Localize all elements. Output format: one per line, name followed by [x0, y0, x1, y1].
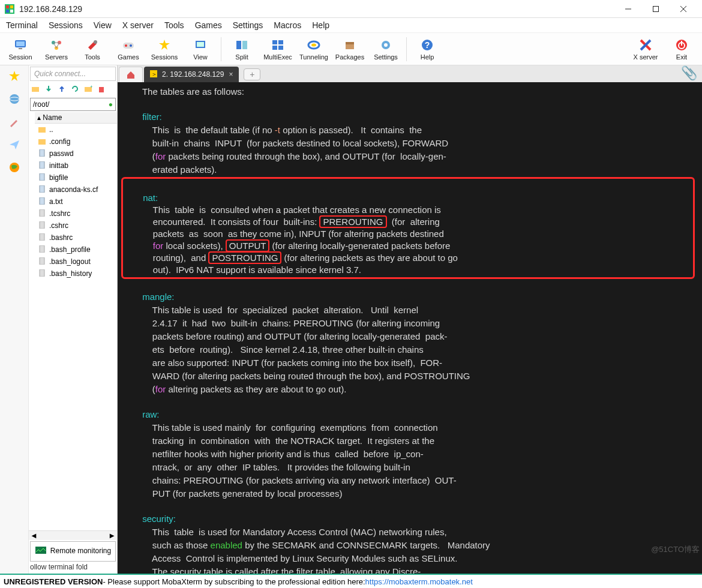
file-row[interactable]: .tcshrc	[35, 208, 117, 220]
tool-tools[interactable]: Tools	[74, 34, 110, 64]
world-icon[interactable]	[7, 160, 22, 175]
exit-icon	[674, 38, 689, 52]
tool-packages[interactable]: Packages	[332, 34, 368, 64]
svg-rect-4	[10, 10, 13, 13]
menu-tools[interactable]: Tools	[164, 20, 184, 30]
maximize-button[interactable]	[642, 0, 670, 18]
path-input[interactable]: /root/ ●	[30, 98, 116, 111]
home-tab[interactable]	[119, 67, 143, 82]
send-icon[interactable]	[7, 137, 22, 152]
quick-connect-input[interactable]: Quick connect...	[30, 67, 116, 81]
new-folder-icon[interactable]: +	[84, 85, 94, 94]
tool-xserver[interactable]: X server	[628, 34, 664, 64]
tool-settings[interactable]: Settings	[368, 34, 404, 64]
tab-session[interactable]: ＞ 2. 192.168.248.129 ×	[144, 67, 239, 82]
file-row[interactable]: anaconda-ks.cf	[35, 184, 117, 196]
menu-view[interactable]: View	[94, 20, 112, 30]
servers-icon	[49, 38, 64, 52]
file-row[interactable]: inittab	[35, 160, 117, 172]
mobaxterm-link[interactable]: https://mobaxterm.mobatek.net	[365, 577, 473, 586]
tool-session[interactable]: Session	[2, 34, 38, 64]
paperclip-icon[interactable]: 📎	[681, 65, 697, 81]
file-row[interactable]: .bashrc	[35, 232, 117, 244]
file-row[interactable]: passwd	[35, 148, 117, 160]
svg-rect-28	[278, 40, 283, 44]
close-button[interactable]	[670, 0, 697, 18]
favorite-icon[interactable]	[7, 69, 22, 83]
tool-split[interactable]: Split	[224, 34, 260, 64]
monitor-icon	[13, 38, 28, 52]
h-scrollbar[interactable]: ◄►	[29, 530, 117, 540]
svg-rect-10	[16, 41, 25, 46]
main-area: Quick connect... + /root/ ● ▴ Name .. .c…	[0, 65, 702, 574]
menu-terminal[interactable]: Terminal	[6, 20, 38, 30]
svg-rect-11	[19, 48, 22, 49]
multiexec-icon	[271, 38, 285, 52]
tool-multiexec[interactable]: MultiExec	[260, 34, 296, 64]
file-row[interactable]: .bash_logout	[35, 256, 117, 268]
file-icon	[38, 233, 47, 242]
download-icon[interactable]	[44, 85, 54, 94]
folder-icon	[38, 137, 47, 146]
tool-help[interactable]: ?Help	[409, 34, 445, 64]
menu-games[interactable]: Games	[195, 20, 222, 30]
svg-rect-25	[236, 41, 241, 49]
minimize-button[interactable]	[614, 0, 642, 18]
file-icon	[38, 185, 47, 194]
highlight-postrouting: POSTROUTING	[208, 251, 281, 264]
toolbar-separator	[406, 37, 407, 61]
file-row[interactable]: .bash_history	[35, 268, 117, 280]
tunneling-icon	[307, 38, 321, 52]
view-icon	[193, 38, 208, 52]
toolbar-separator	[221, 37, 221, 61]
file-row-parent[interactable]: ..	[35, 124, 117, 136]
tool-view[interactable]: View	[182, 34, 218, 64]
menu-sessions[interactable]: Sessions	[49, 20, 83, 30]
file-icon	[38, 161, 47, 170]
folder-icon[interactable]	[31, 85, 41, 94]
new-tab-button[interactable]: +	[244, 68, 260, 80]
svg-rect-2	[10, 5, 13, 8]
upload-icon[interactable]	[58, 85, 67, 94]
file-row[interactable]: bigfile	[35, 172, 117, 184]
svg-rect-34	[346, 42, 354, 44]
split-icon	[235, 38, 249, 52]
svg-rect-56	[40, 161, 44, 169]
tool-servers[interactable]: Servers	[38, 34, 74, 64]
file-icon	[38, 149, 47, 158]
bottom-bar: UNREGISTERED VERSION - Please support Mo…	[0, 574, 702, 588]
menu-macros[interactable]: Macros	[274, 20, 301, 30]
folder-up-icon	[38, 125, 47, 134]
svg-rect-57	[40, 173, 44, 181]
menu-help[interactable]: Help	[312, 20, 329, 30]
svg-rect-52	[99, 87, 104, 92]
help-icon: ?	[420, 38, 434, 52]
globe-icon[interactable]	[7, 92, 22, 106]
svg-rect-30	[278, 46, 283, 50]
file-row[interactable]: a.txt	[35, 196, 117, 208]
tree-header[interactable]: ▴ Name	[35, 112, 117, 124]
brush-icon[interactable]	[7, 115, 22, 129]
file-row[interactable]: .config	[35, 136, 117, 148]
svg-rect-6	[653, 6, 659, 11]
menu-settings[interactable]: Settings	[233, 20, 263, 30]
menu-xserver[interactable]: X server	[122, 20, 154, 30]
terminal-output[interactable]: The tables are as follows: filter: This …	[118, 82, 702, 574]
tool-sessions[interactable]: Sessions	[146, 34, 182, 64]
tool-games[interactable]: Games	[110, 34, 146, 64]
title-bar: 192.168.248.129	[0, 0, 702, 18]
tool-tunneling[interactable]: Tunneling	[296, 34, 332, 64]
delete-icon[interactable]	[97, 85, 107, 94]
file-icon	[38, 209, 47, 218]
refresh-icon[interactable]	[71, 85, 80, 94]
tab-close-icon[interactable]: ×	[229, 70, 233, 79]
tool-exit[interactable]: Exit	[664, 34, 700, 64]
svg-point-18	[94, 40, 97, 44]
check-icon: ●	[109, 100, 113, 109]
file-row[interactable]: .bash_profile	[35, 244, 117, 256]
file-icon	[38, 197, 47, 206]
file-row[interactable]: .cshrc	[35, 220, 117, 232]
svg-rect-55	[40, 149, 44, 157]
xserver-icon	[638, 38, 653, 52]
remote-monitoring-button[interactable]: Remote monitoring	[30, 541, 116, 562]
